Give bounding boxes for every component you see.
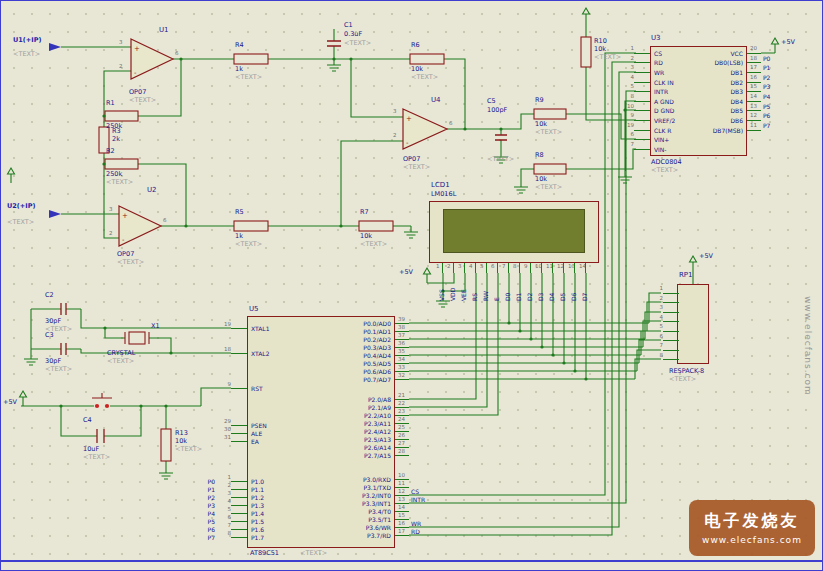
- u5-p0-pins: P0.0/AD039P0.1/AD138P0.2/AD237P0.3/AD336…: [395, 319, 439, 383]
- net-label: INTR: [411, 496, 425, 503]
- u5-p2-pins: P2.0/A821P2.1/A922P2.2/A1023P2.3/A1124P2…: [395, 395, 439, 459]
- capacitor-c5[interactable]: [495, 135, 507, 140]
- resistor-r9[interactable]: [534, 109, 566, 119]
- pin-name: P0.1/AD1: [363, 328, 391, 335]
- lcd-ref: LCD1: [431, 182, 450, 190]
- u5-p1-pins: P01P1.0P12P1.1P23P1.2P34P1.3P45P1.4P56P1…: [219, 477, 279, 541]
- pin-name: VCC: [731, 49, 743, 56]
- pin-name: P0.2/AD2: [363, 336, 391, 343]
- pin-name: P2.3/A11: [364, 420, 391, 427]
- pin-stub: [634, 72, 650, 73]
- pin-number: 29: [219, 418, 231, 424]
- resistor-r4[interactable]: [234, 54, 268, 64]
- pin-row: 5INTR: [622, 86, 702, 96]
- resistor-value: 2k: [112, 136, 120, 143]
- pin-name: XTAL1: [251, 325, 269, 332]
- reset-button[interactable]: [92, 393, 112, 408]
- pin-stub: [552, 263, 553, 273]
- input-terminal-u1-icon[interactable]: [49, 43, 61, 51]
- rp1-ref: RP1: [679, 272, 693, 280]
- resistor-ref: R9: [535, 97, 544, 104]
- pin-number: 3: [622, 64, 634, 70]
- resistor-r6[interactable]: [410, 54, 444, 64]
- pin-number: 7: [651, 342, 663, 348]
- text-placeholder: <TEXT>: [669, 376, 696, 383]
- text-placeholder: <TEXT>: [535, 129, 562, 136]
- pin-stub: [231, 388, 247, 389]
- resistor-r13[interactable]: [161, 429, 171, 461]
- pin-number: 11: [398, 480, 405, 486]
- resistor-r2[interactable]: [105, 159, 138, 169]
- resistor-r10[interactable]: [581, 37, 591, 67]
- pin-name: D4: [548, 275, 555, 301]
- power-label: +5V: [781, 39, 795, 46]
- net-label: P4: [763, 93, 770, 100]
- net-label: CS: [411, 488, 419, 495]
- resistor-r8[interactable]: [534, 164, 566, 174]
- pin-name: P0.5/AD5: [363, 360, 391, 367]
- resistor-ref: R2: [106, 148, 115, 155]
- u3-left-pins: 1CS2RD3WR4CLK IN5INTR8A GND10D GND9VREF/…: [622, 48, 702, 154]
- opamp-u1[interactable]: + -: [131, 39, 173, 79]
- pin-number: 1: [622, 45, 634, 51]
- pin-number: 17: [398, 528, 405, 534]
- pin-number: 5: [651, 323, 663, 329]
- net-label: P0: [763, 55, 770, 62]
- pin-stub: [663, 302, 679, 303]
- capacitor-c2[interactable]: [61, 303, 66, 315]
- resistor-pack[interactable]: [677, 284, 709, 364]
- pin-stub: [634, 62, 650, 63]
- resistor-r1[interactable]: [105, 111, 138, 121]
- pin-number: 23: [398, 408, 405, 414]
- pin-name: P1.2: [251, 494, 264, 501]
- pin-name: DB3: [730, 88, 743, 95]
- text-placeholder: <TEXT>: [106, 179, 133, 186]
- net-label: P7: [763, 122, 770, 129]
- pin-name: DB2: [730, 78, 743, 85]
- pin-stub: [442, 263, 443, 273]
- pin-stub: [519, 263, 520, 273]
- pin-number: 24: [398, 416, 405, 422]
- pin-name: D6: [570, 275, 577, 301]
- resistor-r7[interactable]: [359, 221, 393, 231]
- pin-column: 7D0: [503, 263, 514, 305]
- pin-row: 31EA: [219, 437, 279, 445]
- net-label: P1: [763, 64, 770, 71]
- pin-number: 6: [219, 514, 231, 520]
- pin-number: 36: [398, 340, 405, 346]
- net-label: P7: [199, 534, 215, 541]
- lcd-module[interactable]: [429, 201, 599, 263]
- pin-number: 21: [398, 392, 405, 398]
- watermark-en: www.elecfans.com: [702, 535, 802, 545]
- pin-row: 18XTAL2: [219, 349, 279, 357]
- input-terminal-u2-icon[interactable]: [49, 210, 61, 218]
- input-label-u1: U1(+IP): [13, 37, 41, 44]
- u5-pin-rst: 9RST: [219, 384, 279, 392]
- opamp-u2[interactable]: + -: [119, 206, 161, 246]
- pin-name: P3.1/TXD: [363, 484, 391, 491]
- capacitor-c1[interactable]: [327, 41, 341, 46]
- power-label: +5V: [3, 399, 17, 406]
- pin-number: 18: [750, 55, 757, 61]
- crystal-x1[interactable]: [125, 332, 149, 344]
- pin-number: 3: [109, 206, 113, 212]
- pin-number: 12: [750, 112, 757, 118]
- pin-row: 10D GND: [622, 106, 702, 116]
- pin-column: 10D3: [536, 263, 547, 305]
- pin-name: P2.2/A10: [364, 412, 391, 419]
- pin-stub: [663, 321, 679, 322]
- pin-number: 19: [219, 321, 231, 327]
- capacitor-c3[interactable]: [61, 343, 66, 355]
- pin-number: 7: [622, 141, 634, 147]
- pin-stub: [634, 149, 650, 150]
- net-label: P0: [199, 478, 215, 485]
- pin-name: P2.0/A8: [368, 396, 391, 403]
- resistor-r5[interactable]: [234, 221, 268, 231]
- pin-number: 2: [393, 132, 397, 138]
- pin-number: 16: [398, 520, 405, 526]
- pin-number: 1: [219, 474, 231, 480]
- pin-number: 9: [219, 381, 231, 387]
- capacitor-c4[interactable]: [97, 429, 104, 443]
- pin-row: P0.7/AD732: [395, 375, 439, 383]
- opamp-u4[interactable]: + -: [403, 109, 447, 149]
